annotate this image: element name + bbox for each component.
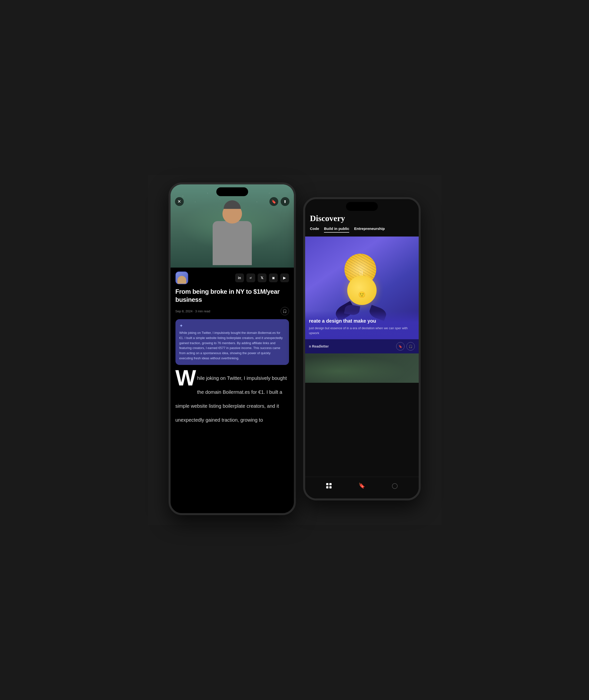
hero-person: [208, 204, 257, 268]
bookmark-icon: 🔖: [398, 345, 402, 348]
discovery-title: Discovery: [310, 214, 414, 223]
article-meta: Sep 8, 2024 · 3 min read 🎧: [175, 307, 289, 315]
nav-profile-button[interactable]: ◯: [389, 480, 400, 491]
author-avatar[interactable]: [175, 272, 188, 284]
card-title: reate a design that make you: [309, 318, 415, 324]
headphones-icon: 🎧: [282, 309, 287, 313]
grid-dot-2: [329, 483, 332, 485]
bottom-navigation: 🔖 ◯: [305, 477, 419, 498]
share-button[interactable]: ⬆: [281, 197, 289, 206]
card-author: n Readletter: [309, 344, 329, 348]
article-date: Sep 8, 2024 · 3 min read: [175, 309, 210, 313]
card-actions: 🔖 🎧: [396, 342, 415, 350]
card-audio-button[interactable]: 🎧: [406, 342, 415, 350]
ai-summary-box: ✦ While joking on Twitter, I impulsively…: [175, 319, 289, 365]
linkedin-icon[interactable]: in: [235, 274, 244, 282]
twitter-x-icon[interactable]: 𝕏: [258, 274, 266, 282]
card-preview[interactable]: [305, 353, 419, 383]
article-content: in r/ 𝕏 ▣ ▶ From being broke in NY to $1…: [171, 268, 294, 429]
author-row: in r/ 𝕏 ▣ ▶: [175, 272, 289, 284]
card-preview-background: [305, 353, 419, 383]
article-hero-image: ✕ 🔖 ⬆: [171, 185, 294, 268]
close-button[interactable]: ✕: [175, 197, 184, 206]
discovery-card[interactable]: 🙂 reate a design that make you just desi…: [305, 237, 419, 477]
headphones-icon-card: 🎧: [409, 345, 413, 348]
hero-person-head: [222, 204, 242, 224]
audio-button[interactable]: 🎧: [281, 307, 289, 315]
discovery-notch: [346, 202, 378, 211]
grid-dot-3: [326, 486, 329, 488]
ai-summary-text: While joking on Twitter, I impulsively b…: [179, 330, 285, 361]
discovery-tabs: Code Build in public Entrepreneurship: [310, 227, 414, 233]
drop-cap: W: [175, 370, 196, 386]
grid-dot-1: [326, 483, 329, 485]
phone-discovery: Discovery Code Build in public Entrepren…: [303, 197, 421, 500]
grid-icon: [326, 483, 332, 488]
social-icons-row: in r/ 𝕏 ▣ ▶: [235, 274, 289, 282]
tab-code[interactable]: Code: [310, 227, 319, 233]
nav-bookmark-button[interactable]: 🔖: [356, 480, 367, 491]
hero-bookmark-button[interactable]: 🔖: [269, 197, 278, 206]
nav-grid-button[interactable]: [324, 480, 334, 491]
tab-build-in-public[interactable]: Build in public: [324, 227, 349, 233]
discovery-inner: Discovery Code Build in public Entrepren…: [305, 199, 419, 498]
card-overlay: reate a design that make you just design…: [305, 311, 419, 339]
avatar-inner: [176, 272, 188, 284]
avatar-person-shape: [177, 276, 186, 284]
tab-entrepreneurship[interactable]: Entrepreneurship: [354, 227, 385, 233]
card-bookmark-button[interactable]: 🔖: [396, 342, 404, 350]
profile-icon: ◯: [392, 482, 398, 489]
bookmark-nav-icon: 🔖: [359, 482, 365, 489]
card-footer: n Readletter 🔖 🎧: [305, 339, 419, 353]
hero-person-body: [213, 221, 252, 265]
phone-article: ✕ 🔖 ⬆ in r/ 𝕏 ▣ ▶ From being: [169, 183, 296, 515]
reddit-icon[interactable]: r/: [246, 274, 255, 282]
notch: [216, 188, 248, 196]
article-title: From being broke in NY to $1M/year busin…: [175, 288, 289, 304]
card-image: 🙂 reate a design that make you just desi…: [305, 237, 419, 339]
scene: ✕ 🔖 ⬆ in r/ 𝕏 ▣ ▶ From being: [148, 175, 441, 525]
article-body: W hile joking on Twitter, I impulsively …: [175, 370, 289, 426]
card-subtitle: just design but essence of in a era of d…: [309, 326, 415, 335]
instagram-icon[interactable]: ▣: [269, 274, 278, 282]
ai-star-icon: ✦: [179, 323, 285, 328]
grid-dot-4: [329, 486, 332, 488]
youtube-icon[interactable]: ▶: [280, 274, 289, 282]
